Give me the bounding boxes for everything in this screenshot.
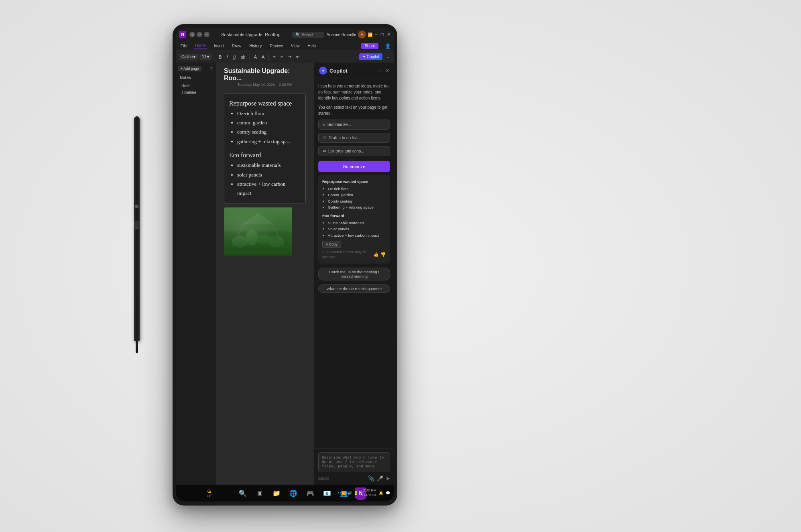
list-item: Oz-rich flora [237,109,301,118]
menu-home[interactable]: Home [193,43,207,49]
list-item: Oz-rich flora [328,186,386,192]
volume-icon[interactable]: 🔊 [348,491,352,495]
note-canvas[interactable]: Repurpose wasted space Oz-rich flora com… [216,89,314,485]
notebook-sidebar: + Add page ⊡ Notes Brief Timeline [176,63,216,485]
taskbar: 🌤 78° 🔍 ▣ 📁 [176,485,394,502]
bold-button[interactable]: B [217,54,223,60]
note-header: Sustainable Upgrade: Roo... Tuesday, May… [216,63,314,89]
menu-insert[interactable]: Insert [212,43,226,49]
gamepad-button[interactable]: 🎮 [305,487,316,499]
search-icon: 🔍 [295,32,300,37]
more-options-button[interactable]: ··· [384,54,391,60]
highlight-button[interactable]: A [260,54,266,60]
action-center-icon[interactable]: 💬 [386,491,390,495]
maximize-button[interactable]: □ [381,32,384,37]
sidebar-item-timeline[interactable]: Timeline [178,89,213,96]
list-item: attractive + low carbon impact [237,179,301,198]
temperature: 78° [207,494,211,497]
title-search[interactable]: 🔍 Search [292,32,324,38]
weather-icon: 🌤 [207,489,211,494]
mail-button[interactable]: 📧 [321,487,333,499]
sidebar-toggle-icon[interactable]: ⊡ [209,66,213,71]
menu-file[interactable]: File [179,43,189,49]
strikethrough-button[interactable]: ab [239,54,247,60]
copilot-intro-text: I can help you generate ideas, make to-d… [318,83,390,101]
sidebar-item-brief[interactable]: Brief [178,82,213,89]
clock[interactable]: 2:30 PM 5/14/2024 [360,488,376,497]
thumbs-up-icon[interactable]: 👍 [373,251,379,258]
onenote-icon: N [179,31,186,38]
profile-icon[interactable]: 👤 [385,43,391,49]
taskbar-weather[interactable]: 🌤 78° [203,487,215,499]
pros-cons-label: List pros and cons... [328,149,364,153]
copilot-close-icon[interactable]: ✕ [385,68,389,73]
close-button[interactable]: ✕ [387,32,391,37]
search-taskbar-button[interactable]: 🔍 [237,487,248,499]
task-view-button[interactable]: ▣ [254,487,265,499]
menu-help[interactable]: Help [306,43,318,49]
undo-ctrl[interactable]: ↩ [197,32,202,37]
clock-time: 2:30 PM [360,488,376,493]
start-button[interactable] [220,487,232,499]
note-heading-2: Eco forward [229,152,301,159]
outdent-button[interactable]: ⇤ [295,53,301,60]
note-list-1: Oz-rich flora comm. garden comfy seating… [237,109,301,146]
summarize-action-button[interactable]: ≡ Summarize... [318,120,390,130]
bullet-list-button[interactable]: ≡ [271,54,277,60]
list-item: comfy seating [237,127,301,136]
suggestion-chip-2[interactable]: What are the OKRs this quarter? [318,284,390,293]
font-selector[interactable]: Calibri ▾ [179,54,198,60]
summary-list-1: Oz-rich flora Comm. garden Comfy seating… [328,186,386,210]
copilot-button[interactable]: ✦ Copilot [359,53,382,60]
window-actions: − □ ✕ [375,32,391,37]
list-item: gathering + relaxing spa... [237,137,301,146]
minimize-button[interactable]: − [375,32,378,37]
menu-history[interactable]: History [248,43,263,49]
copilot-input-field[interactable] [318,452,390,472]
thumbs-down-icon[interactable]: 👎 [380,251,386,258]
share-button[interactable]: Share [361,43,378,49]
expand-tray-icon[interactable]: ∧ [337,491,340,495]
suggestion-chip-1[interactable]: Catch me up on the meeting I missed morn… [318,268,390,280]
copilot-more-icon[interactable]: ··· [379,68,383,73]
copilot-label: Copilot [367,55,379,59]
font-size: 11 [202,55,206,59]
notification-icon[interactable]: 🔔 [379,491,383,495]
note-time: 2:30 PM [279,83,293,87]
note-content-box[interactable]: Repurpose wasted space Oz-rich flora com… [224,93,306,203]
send-icon[interactable]: ➤ [386,475,390,481]
add-page-button[interactable]: + Add page [178,66,201,71]
gamepad-icon: 🎮 [306,489,314,497]
indent-button[interactable]: ⇥ [286,53,293,60]
summarize-button[interactable]: Summarize [318,161,390,172]
draft-todo-action-button[interactable]: ☑ Draft a to do list... [318,133,390,143]
edge-browser-button[interactable]: 🌐 [288,487,299,499]
sys-tray-icons: ∧ 📶 🔊 🔋 [337,491,358,495]
italic-button[interactable]: I [225,54,229,60]
copy-button[interactable]: ⎘ Copy [322,241,341,248]
font-color-button[interactable]: A [252,54,258,60]
numbered-list-button[interactable]: ≡ [279,54,285,60]
task-view-icon: ▣ [257,490,262,496]
menu-draw[interactable]: Draw [230,43,243,49]
file-explorer-button[interactable]: 📁 [271,487,282,499]
menu-view[interactable]: View [289,43,301,49]
note-page[interactable]: Sustainable Upgrade: Roo... Tuesday, May… [216,63,314,485]
window-controls: ⚙ ↩ ↪ [189,32,209,37]
search-label: Search [302,32,315,37]
battery-icon[interactable]: 🔋 [354,491,358,495]
suggestion-text-1: Catch me up on the meeting I missed morn… [329,270,379,278]
microphone-icon[interactable]: 🎤 [377,475,383,481]
pros-cons-action-button[interactable]: ⇄ List pros and cons... [318,146,390,156]
settings-ctrl[interactable]: ⚙ [189,32,195,37]
redo-ctrl[interactable]: ↪ [204,32,209,37]
summary-section-2-title: Eco forward [322,213,386,219]
underline-button[interactable]: U [231,54,237,60]
font-size-selector[interactable]: 11 ▾ [199,54,211,60]
user-info: Arianne Brunelle A 📶 [327,30,372,39]
attach-icon[interactable]: 📎 [368,475,374,481]
copilot-body: I can help you generate ideas, make to-d… [314,79,394,449]
menu-review[interactable]: Review [268,43,285,49]
menu-bar: File Home Insert Draw History Review Vie… [176,41,394,51]
network-icon[interactable]: 📶 [342,491,346,495]
